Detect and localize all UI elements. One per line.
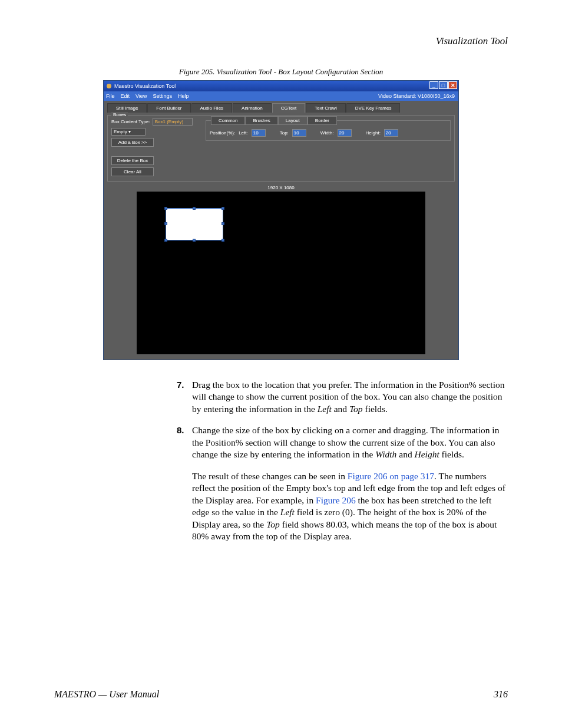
step-7-body: Drag the box to the location that you pr… (192, 379, 508, 415)
resize-handle-mr[interactable] (222, 222, 224, 225)
titlebar: Maestro Visualization Tool _ □ ✕ (104, 81, 458, 91)
width-label: Width: (320, 130, 334, 136)
resize-handle-bl[interactable] (164, 239, 167, 242)
maximize-icon[interactable]: □ (439, 81, 448, 89)
add-box-button[interactable]: Add a Box >> (111, 138, 154, 147)
draggable-box[interactable] (166, 208, 223, 241)
app-icon (106, 83, 112, 89)
body-text: 7. Drag the box to the location that you… (177, 379, 508, 542)
link-figure-206b[interactable]: Figure 206 (316, 495, 356, 505)
menu-file[interactable]: File (106, 93, 115, 99)
page-footer: MAESTRO — User Manual 316 (54, 689, 508, 700)
menu-view[interactable]: View (135, 93, 147, 99)
left-input[interactable]: 10 (252, 129, 266, 137)
boxes-group: Boxes Box Content Type: Box1 (Empty) Emp… (107, 115, 455, 182)
menubar: File Edit View Settings Help Video Stand… (104, 91, 458, 101)
step-8-number: 8. (177, 424, 192, 460)
link-figure-206a[interactable]: Figure 206 on page 317 (348, 471, 434, 481)
menu-edit[interactable]: Edit (121, 93, 130, 99)
subtab-common[interactable]: Common (211, 116, 245, 125)
box-content-type-label: Box Content Type: (111, 119, 150, 124)
figure-caption: Figure 205. Visualization Tool - Box Lay… (0, 67, 562, 77)
tab-font-builder[interactable]: Font Builder (147, 103, 190, 113)
tab-audio-files[interactable]: Audio Files (191, 103, 233, 113)
width-input[interactable]: 20 (338, 129, 352, 137)
svg-point-0 (107, 84, 111, 88)
step-7: 7. Drag the box to the location that you… (177, 379, 508, 415)
box-content-type-select[interactable]: Empty ▾ (111, 128, 146, 136)
tab-dve-key-frames[interactable]: DVE Key Frames (346, 103, 401, 113)
step-7-number: 7. (177, 379, 192, 415)
main-tabs: Still Image Font Builder Audio Files Ani… (104, 101, 458, 113)
result-paragraph: The result of these changes can be seen … (192, 470, 508, 543)
canvas-dimensions: 1920 X 1080 (107, 185, 455, 190)
subtab-brushes[interactable]: Brushes (245, 116, 277, 125)
canvas[interactable] (137, 192, 425, 354)
window-controls: _ □ ✕ (429, 81, 457, 89)
resize-handle-ml[interactable] (164, 222, 167, 225)
sub-tabs: Common Brushes Layout Border (211, 116, 337, 125)
page-section-title: Visualization Tool (0, 0, 562, 47)
step-8: 8. Change the size of the box by clickin… (177, 424, 508, 460)
left-label: Left: (239, 130, 248, 136)
height-label: Height: (366, 130, 381, 136)
resize-handle-bm[interactable] (193, 239, 196, 242)
menu-settings[interactable]: Settings (153, 93, 172, 99)
boxes-legend: Boxes (111, 112, 128, 117)
box-name-field[interactable]: Box1 (Empty) (153, 118, 193, 126)
close-icon[interactable]: ✕ (448, 81, 457, 89)
minimize-icon[interactable]: _ (429, 81, 438, 89)
position-row: Position(%): Left: 10 Top: 10 Width: 20 … (210, 129, 447, 137)
app-title: Maestro Visualization Tool (114, 83, 176, 89)
clear-all-button[interactable]: Clear All (111, 167, 154, 176)
delete-box-button[interactable]: Delete the Box (111, 156, 154, 165)
step-8-body: Change the size of the box by clicking o… (192, 424, 508, 460)
menu-help[interactable]: Help (178, 93, 189, 99)
tab-still-image[interactable]: Still Image (107, 103, 147, 113)
tab-text-crawl[interactable]: Text Crawl (306, 103, 345, 113)
top-input[interactable]: 10 (292, 129, 306, 137)
subtab-border[interactable]: Border (308, 116, 337, 125)
video-standard-label: Video Standard: V1080I50_16x9 (378, 93, 455, 99)
top-label: Top: (280, 130, 289, 136)
app-window: Maestro Visualization Tool _ □ ✕ File Ed… (103, 80, 459, 360)
resize-handle-br[interactable] (222, 239, 224, 242)
tab-animation[interactable]: Animation (233, 103, 272, 113)
resize-handle-tr[interactable] (222, 207, 224, 210)
tab-cgtext[interactable]: CGText (272, 103, 306, 113)
height-input[interactable]: 20 (384, 129, 398, 137)
boxes-left-column: Box Content Type: Box1 (Empty) Empty ▾ A… (111, 118, 200, 176)
canvas-wrap: 1920 X 1080 (107, 185, 455, 354)
page-number: 316 (494, 689, 508, 700)
footer-title: MAESTRO — User Manual (54, 689, 159, 700)
subtab-layout[interactable]: Layout (278, 116, 308, 125)
layout-config-panel: Common Brushes Layout Border Position(%)… (206, 120, 451, 141)
position-label: Position(%): (210, 130, 235, 136)
resize-handle-tm[interactable] (193, 207, 196, 210)
resize-handle-tl[interactable] (164, 207, 167, 210)
